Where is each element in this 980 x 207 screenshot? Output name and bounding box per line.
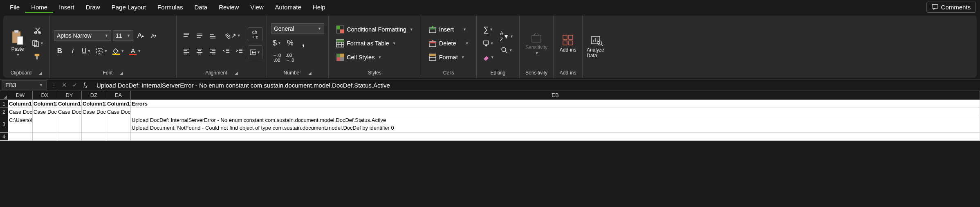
row-header[interactable]: 4 (0, 133, 8, 140)
cell[interactable]: Column12 (8, 100, 33, 108)
font-name-select[interactable]: Aptos Narrow▼ (54, 30, 111, 41)
menu-formulas[interactable]: Formulas (152, 1, 189, 13)
clear-button[interactable]: ▼ (481, 52, 496, 63)
decrease-decimal-button[interactable]: .00→.0 (284, 52, 296, 63)
col-header[interactable]: DX (33, 91, 57, 99)
format-painter-button[interactable] (32, 51, 43, 62)
conditional-formatting-button[interactable]: Conditional Formatting▼ (333, 23, 417, 36)
cell[interactable]: Errors (131, 100, 980, 108)
name-box[interactable]: EB3▼ (2, 80, 47, 90)
cell[interactable] (82, 133, 106, 140)
menu-draw[interactable]: Draw (80, 1, 106, 13)
row-header[interactable]: 2 (0, 108, 8, 116)
cell[interactable]: C:\Users\b (8, 116, 33, 132)
font-color-button[interactable]: A▼ (128, 45, 143, 57)
orientation-button[interactable]: ab↗▼ (224, 30, 242, 41)
copy-button[interactable]: ▼ (30, 38, 45, 49)
cell[interactable]: Case Docu (82, 108, 106, 116)
find-select-button[interactable]: ▼ (499, 45, 514, 56)
col-header[interactable]: DY (57, 91, 82, 99)
cell[interactable] (106, 116, 131, 132)
select-all-corner[interactable] (0, 91, 8, 99)
align-right-button[interactable] (207, 45, 218, 57)
cell[interactable]: Column12 (33, 100, 57, 108)
comma-button[interactable]: , (298, 37, 309, 49)
align-middle-button[interactable] (194, 30, 205, 41)
number-format-select[interactable]: General▼ (271, 23, 324, 34)
decrease-font-button[interactable]: A▾ (148, 30, 159, 41)
analyze-data-button[interactable]: Analyze Data (587, 32, 605, 60)
increase-decimal-button[interactable]: ←.0 .00 (271, 52, 283, 63)
cell[interactable] (57, 116, 82, 132)
wrap-text-button[interactable]: ab↵c (248, 27, 262, 41)
cell[interactable]: Case Docu (106, 108, 131, 116)
cut-button[interactable] (32, 25, 43, 36)
merge-center-button[interactable]: ▼ (248, 45, 262, 59)
cell[interactable]: Case Docu (57, 108, 82, 116)
font-launcher[interactable]: ◢ (120, 71, 123, 75)
borders-button[interactable]: ▼ (94, 45, 109, 57)
cell[interactable] (8, 133, 33, 140)
addins-button[interactable]: Add-ins (558, 32, 578, 54)
increase-font-button[interactable]: A▴ (135, 30, 146, 41)
bold-button[interactable]: B (54, 45, 65, 57)
cell[interactable]: Upload DocDef: InternalServerError - No … (131, 116, 980, 132)
sort-filter-button[interactable]: AZ▼▼ (498, 31, 515, 42)
insert-cells-button[interactable]: Insert ▼ (425, 23, 470, 36)
increase-indent-button[interactable] (234, 45, 245, 57)
clipboard-launcher[interactable]: ◢ (39, 71, 42, 75)
menu-insert[interactable]: Insert (53, 1, 80, 13)
col-header[interactable]: DW (8, 91, 33, 99)
format-as-table-button[interactable]: Format as Table▼ (333, 37, 399, 50)
align-left-button[interactable] (181, 45, 192, 57)
enter-formula-button[interactable]: ✓ (70, 81, 80, 89)
cell[interactable] (131, 108, 980, 116)
cell[interactable]: Case Docu (8, 108, 33, 116)
align-center-button[interactable] (194, 45, 205, 57)
autosum-button[interactable]: ∑▼ (482, 24, 495, 35)
cell[interactable]: Case Docu (33, 108, 57, 116)
menu-page-layout[interactable]: Page Layout (106, 1, 152, 13)
comments-button[interactable]: Comments (926, 2, 976, 13)
paste-button[interactable]: Paste ▼ (7, 28, 28, 59)
fill-button[interactable]: ▼ (481, 38, 496, 49)
format-cells-button[interactable]: Format▼ (425, 51, 468, 63)
row-header[interactable]: 3 (0, 116, 8, 132)
cancel-formula-button[interactable]: ✕ (59, 81, 70, 89)
font-size-select[interactable]: 11▼ (113, 30, 133, 41)
align-top-button[interactable] (181, 30, 192, 41)
percent-button[interactable]: % (285, 37, 296, 49)
alignment-launcher[interactable]: ◢ (235, 71, 238, 75)
col-header[interactable]: DZ (82, 91, 106, 99)
number-launcher[interactable]: ◢ (308, 71, 312, 75)
cell[interactable]: Column12 (106, 100, 131, 108)
cell[interactable] (33, 133, 57, 140)
cell[interactable] (131, 133, 980, 140)
cell[interactable] (57, 133, 82, 140)
cell[interactable]: Column12 (57, 100, 82, 108)
underline-button[interactable]: U▼ (80, 45, 92, 57)
cell[interactable] (106, 133, 131, 140)
insert-function-button[interactable]: fx (80, 81, 91, 90)
menu-file[interactable]: File (4, 1, 25, 13)
menu-review[interactable]: Review (213, 1, 244, 13)
cell-styles-button[interactable]: Cell Styles▼ (333, 51, 385, 63)
col-header[interactable]: EB (131, 91, 980, 99)
fill-color-button[interactable]: ▼ (111, 45, 126, 57)
menu-view[interactable]: View (244, 1, 269, 13)
cell[interactable] (82, 116, 106, 132)
row-header[interactable]: 1 (0, 100, 8, 108)
col-header[interactable]: EA (106, 91, 131, 99)
menu-home[interactable]: Home (25, 1, 53, 13)
menu-help[interactable]: Help (307, 1, 331, 13)
currency-button[interactable]: $▼ (271, 37, 283, 49)
cell[interactable]: Column12 (82, 100, 106, 108)
menu-data[interactable]: Data (188, 1, 213, 13)
italic-button[interactable]: I (67, 45, 78, 57)
decrease-indent-button[interactable] (221, 45, 232, 57)
formula-input[interactable]: Upload DocDef: InternalServerError - No … (93, 81, 980, 90)
menu-automate[interactable]: Automate (269, 1, 307, 13)
delete-cells-button[interactable]: Delete ▼ (425, 37, 472, 50)
cell[interactable] (33, 116, 57, 132)
align-bottom-button[interactable] (207, 30, 218, 41)
